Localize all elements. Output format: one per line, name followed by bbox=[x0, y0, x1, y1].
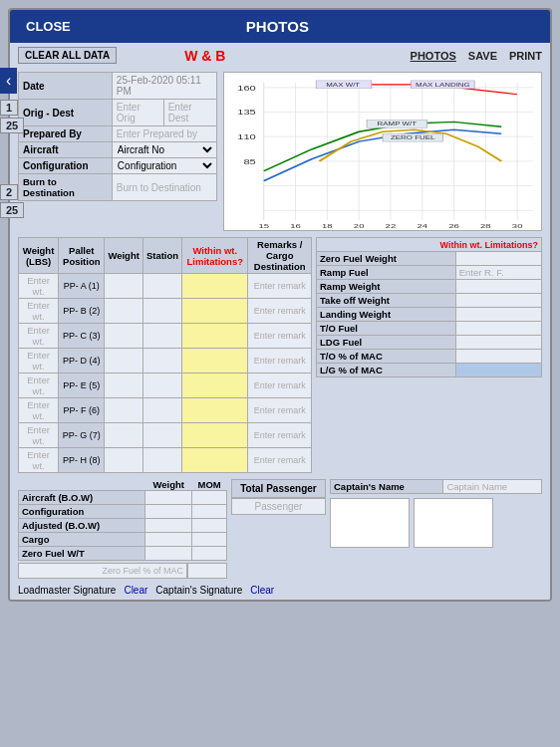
page-title: PHOTOS bbox=[71, 18, 484, 35]
weight-val-5[interactable] bbox=[105, 374, 143, 398]
weight-input-1[interactable]: Enter wt. bbox=[19, 274, 59, 299]
landing-weight-input[interactable] bbox=[455, 308, 541, 322]
aircraft-select[interactable]: Aircraft No bbox=[114, 143, 215, 156]
summary-area: Weight MOM Aircraft (B.O.W) Configuratio… bbox=[18, 479, 227, 579]
svg-text:30: 30 bbox=[512, 223, 523, 230]
remark-1[interactable]: Enter remark bbox=[248, 274, 312, 299]
pallet-pos-6: PP- F (6) bbox=[59, 398, 105, 423]
burn-to-dest-input[interactable]: Burn to Destination bbox=[112, 174, 216, 201]
loadmaster-sig-label: Loadmaster Signature bbox=[18, 585, 116, 596]
config-weight[interactable] bbox=[145, 505, 192, 519]
cargo-weight[interactable] bbox=[145, 533, 192, 547]
station-8[interactable] bbox=[142, 448, 181, 473]
weight-input-2[interactable]: Enter wt. bbox=[19, 299, 59, 324]
prepared-by-input[interactable]: Enter Prepared by bbox=[112, 126, 216, 142]
limitations-4[interactable] bbox=[182, 349, 248, 374]
captain-name-input[interactable]: Captain Name bbox=[443, 480, 542, 494]
config-mom[interactable] bbox=[192, 505, 227, 519]
captain-clear-button[interactable]: Clear bbox=[250, 585, 274, 596]
loadmaster-clear-button[interactable]: Clear bbox=[124, 585, 147, 596]
to-mac-label: T/O % of MAC bbox=[317, 350, 456, 364]
station-2[interactable] bbox=[142, 299, 181, 324]
print-button[interactable]: PRINT bbox=[509, 50, 542, 62]
col-pallet-pos: Pallet Position bbox=[59, 238, 105, 274]
weight-input-3[interactable]: Enter wt. bbox=[19, 324, 59, 349]
cargo-mom[interactable] bbox=[192, 533, 227, 547]
weight-input-6[interactable]: Enter wt. bbox=[19, 398, 59, 423]
fuel-row-tow: Take off Weight bbox=[317, 294, 542, 308]
dest-input[interactable]: Enter Dest bbox=[163, 100, 216, 126]
clear-all-button[interactable]: CLEAR ALL DATA bbox=[18, 47, 117, 64]
photos-button[interactable]: PHOTOS bbox=[411, 50, 456, 62]
svg-text:20: 20 bbox=[354, 223, 365, 230]
zero-fuel-weight-input[interactable] bbox=[455, 252, 541, 266]
zero-fuel-mac-input[interactable] bbox=[187, 563, 227, 579]
weight-data: Weight (LBS) Pallet Position Weight Stat… bbox=[18, 237, 312, 473]
adj-mom[interactable] bbox=[192, 519, 227, 533]
orig-input[interactable]: Enter Orig bbox=[112, 100, 163, 126]
weight-val-8[interactable] bbox=[105, 448, 143, 473]
limitations-2[interactable] bbox=[182, 299, 248, 324]
limitations-8[interactable] bbox=[182, 448, 248, 473]
remark-6[interactable]: Enter remark bbox=[248, 398, 312, 423]
to-fuel-input[interactable] bbox=[455, 322, 541, 336]
remark-4[interactable]: Enter remark bbox=[248, 349, 312, 374]
weight-input-8[interactable]: Enter wt. bbox=[19, 448, 59, 473]
limitations-3[interactable] bbox=[182, 324, 248, 349]
weight-input-7[interactable]: Enter wt. bbox=[19, 423, 59, 448]
table-row: Enter wt. PP- F (6) Enter remark bbox=[19, 398, 312, 423]
captain-sig-label: Captain's Signature bbox=[155, 585, 242, 596]
remark-7[interactable]: Enter remark bbox=[248, 423, 312, 448]
zfw-mom[interactable] bbox=[192, 547, 227, 561]
svg-text:18: 18 bbox=[322, 223, 333, 230]
limitations-1[interactable] bbox=[182, 274, 248, 299]
limitations-5[interactable] bbox=[182, 374, 248, 398]
weight-val-6[interactable] bbox=[105, 398, 143, 423]
station-4[interactable] bbox=[142, 349, 181, 374]
pallet-pos-2: PP- B (2) bbox=[59, 299, 105, 324]
zfw-weight[interactable] bbox=[145, 547, 192, 561]
col-station: Station bbox=[142, 238, 181, 274]
weight-input-5[interactable]: Enter wt. bbox=[19, 374, 59, 398]
configuration-select[interactable]: Configuration bbox=[114, 159, 215, 172]
passenger-area: Total Passenger Passenger bbox=[231, 479, 326, 579]
bow-mom[interactable] bbox=[192, 491, 227, 505]
weight-val-3[interactable] bbox=[105, 324, 143, 349]
station-5[interactable] bbox=[142, 374, 181, 398]
save-button[interactable]: SAVE bbox=[468, 50, 497, 62]
to-mac-input[interactable] bbox=[455, 350, 541, 364]
remark-8[interactable]: Enter remark bbox=[248, 448, 312, 473]
adj-label: Adjusted (B.O.W) bbox=[19, 519, 145, 533]
station-1[interactable] bbox=[142, 274, 181, 299]
landing-weight-label: Landing Weight bbox=[317, 308, 456, 322]
limitations-6[interactable] bbox=[182, 398, 248, 423]
adj-weight[interactable] bbox=[145, 519, 192, 533]
weight-val-4[interactable] bbox=[105, 349, 143, 374]
ramp-weight-input[interactable] bbox=[455, 280, 541, 294]
fuel-row-ramp: Ramp Fuel Enter R. F. bbox=[317, 266, 542, 280]
fuel-row-to: T/O Fuel bbox=[317, 322, 542, 336]
left-arrow[interactable]: ‹ bbox=[0, 68, 17, 94]
remark-2[interactable]: Enter remark bbox=[248, 299, 312, 324]
bow-weight[interactable] bbox=[145, 491, 192, 505]
ldg-fuel-input[interactable] bbox=[455, 336, 541, 350]
remark-5[interactable]: Enter remark bbox=[248, 374, 312, 398]
ramp-fuel-input[interactable]: Enter R. F. bbox=[455, 266, 541, 280]
weight-val-2[interactable] bbox=[105, 299, 143, 324]
remark-3[interactable]: Enter remark bbox=[248, 324, 312, 349]
close-button[interactable]: CLOSE bbox=[26, 19, 71, 34]
limitations-7[interactable] bbox=[182, 423, 248, 448]
passenger-input[interactable]: Passenger bbox=[231, 498, 326, 515]
date-value: 25-Feb-2020 05:11 PM bbox=[112, 73, 216, 100]
weight-val-1[interactable] bbox=[105, 274, 143, 299]
station-7[interactable] bbox=[142, 423, 181, 448]
takeoff-weight-input[interactable] bbox=[455, 294, 541, 308]
table-row: Enter wt. PP- B (2) Enter remark bbox=[19, 299, 312, 324]
summary-col-label bbox=[19, 479, 145, 491]
station-6[interactable] bbox=[142, 398, 181, 423]
bow-label: Aircraft (B.O.W) bbox=[19, 491, 145, 505]
station-3[interactable] bbox=[142, 324, 181, 349]
lg-mac-input[interactable] bbox=[455, 364, 541, 377]
weight-val-7[interactable] bbox=[105, 423, 143, 448]
weight-input-4[interactable]: Enter wt. bbox=[19, 349, 59, 374]
